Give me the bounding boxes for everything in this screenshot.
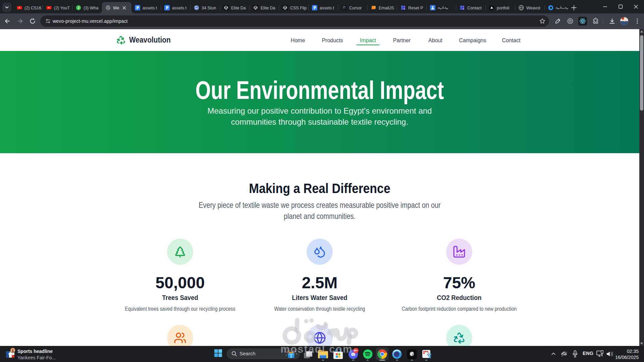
svg-text:3: 3	[77, 6, 79, 10]
